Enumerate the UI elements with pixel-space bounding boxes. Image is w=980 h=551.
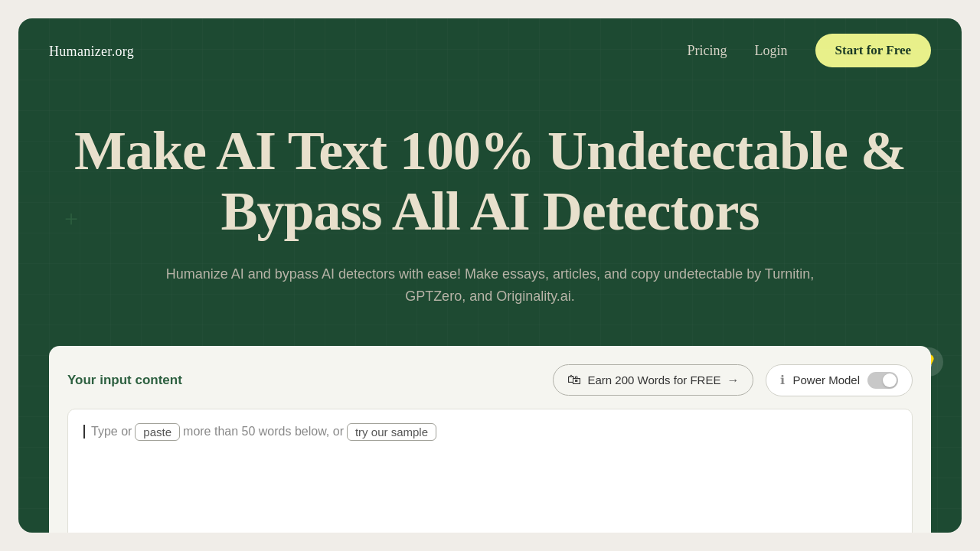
power-model-label: Power Model	[792, 373, 860, 386]
gift-icon: 🛍	[567, 372, 581, 388]
info-icon: ℹ	[780, 373, 785, 387]
main-card: Humanizer.org Pricing Login Start for Fr…	[18, 18, 962, 533]
logo-suffix: .org	[112, 44, 134, 59]
placeholder-text: Type or paste more than 50 words below, …	[83, 423, 897, 441]
try-sample-button[interactable]: try our sample	[347, 423, 436, 441]
earn-words-button[interactable]: 🛍 Earn 200 Words for FREE →	[553, 364, 753, 396]
editor-area: Your input content 🛍 Earn 200 Words for …	[49, 346, 931, 533]
placeholder-type: Type or	[91, 425, 132, 439]
start-for-free-button[interactable]: Start for Free	[815, 34, 931, 67]
hero-section: + Make AI Text 100% Undetectable &Bypass…	[18, 83, 962, 331]
power-model-control: ℹ Power Model	[766, 364, 913, 396]
navigation: Pricing Login Start for Free	[688, 34, 931, 67]
paste-button[interactable]: paste	[135, 423, 180, 441]
earn-words-arrow: →	[727, 373, 739, 387]
text-input-area[interactable]: Type or paste more than 50 words below, …	[67, 409, 913, 533]
power-model-toggle[interactable]	[867, 372, 898, 389]
logo-name: Humanizer	[49, 44, 112, 59]
login-link[interactable]: Login	[755, 43, 788, 59]
placeholder-middle: more than 50 words below, or	[183, 425, 344, 439]
hero-title: Make AI Text 100% Undetectable &Bypass A…	[49, 121, 931, 242]
editor-controls: 🛍 Earn 200 Words for FREE → ℹ Power Mode…	[553, 364, 913, 396]
header: Humanizer.org Pricing Login Start for Fr…	[18, 18, 962, 83]
hero-subtitle: Humanize AI and bypass AI detectors with…	[161, 263, 819, 308]
input-label: Your input content	[67, 373, 182, 388]
plus-decoration: +	[64, 207, 78, 231]
outer-wrapper: Humanizer.org Pricing Login Start for Fr…	[0, 0, 980, 551]
text-cursor	[83, 425, 85, 439]
pricing-link[interactable]: Pricing	[688, 43, 727, 59]
earn-words-label: Earn 200 Words for FREE	[587, 373, 720, 386]
logo: Humanizer.org	[49, 41, 134, 60]
editor-header: Your input content 🛍 Earn 200 Words for …	[67, 364, 913, 396]
logo-text: Humanizer.org	[49, 41, 134, 60]
